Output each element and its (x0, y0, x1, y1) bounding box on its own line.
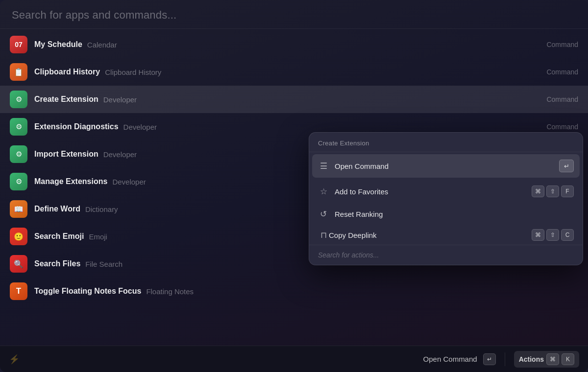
ctx-key: F (561, 186, 574, 197)
item-badge-extension-diagnostics: Command (546, 123, 578, 131)
list-item-toggle-floating[interactable]: T Toggle Floating Notes Focus Floating N… (0, 278, 588, 305)
item-main-label-import-extension: Import Extension (34, 150, 98, 159)
item-icon-extension-diagnostics: ⚙ (10, 118, 27, 136)
item-sub-label-manage-extensions: Developer (112, 178, 146, 186)
ctx-key: C (561, 229, 574, 241)
context-menu-item-reset-ranking[interactable]: ↺ Reset Ranking (309, 203, 583, 225)
ctx-label-add-to-favorites: Add to Favorites (335, 187, 526, 196)
item-sub-label-search-files: File Search (85, 260, 122, 268)
item-sub-label-define-word: Dictionary (85, 205, 118, 213)
item-main-label-search-files: Search Files (34, 259, 80, 268)
raycast-icon: ⚡ (9, 354, 20, 365)
list-item-my-schedule[interactable]: 07 My Schedule Calendar Command (0, 31, 588, 58)
ctx-key: ⇧ (546, 186, 559, 197)
item-sub-label-clipboard-history: Clipboard History (105, 68, 161, 76)
item-main-label-manage-extensions: Manage Extensions (34, 177, 107, 186)
search-bar (0, 0, 588, 29)
item-icon-import-extension: ⚙ (10, 145, 27, 163)
context-menu-title: Create Extension (309, 133, 583, 152)
item-sub-label-toggle-floating: Floating Notes (146, 287, 194, 296)
context-menu-item-open-command[interactable]: ☰ Open Command ↵ (312, 154, 580, 178)
item-icon-create-extension: ⚙ (10, 91, 27, 108)
item-badge-clipboard-history: Command (546, 68, 578, 76)
cmd-key-badge: ⌘ (546, 353, 559, 365)
bottom-actions: Open Command ↵ Actions ⌘ K (423, 351, 579, 368)
item-icon-define-word: 📖 (10, 200, 27, 218)
item-sub-label-search-emoji: Emoji (89, 232, 107, 241)
item-badge-create-extension: Command (546, 95, 578, 103)
ctx-icon-copy-deeplink: ⊓ (318, 230, 329, 240)
ctx-key: ⌘ (532, 229, 544, 241)
item-icon-search-emoji: 🙂 (10, 228, 27, 245)
context-menu-item-add-to-favorites[interactable]: ☆ Add to Favorites ⌘⇧F (309, 180, 583, 203)
ctx-icon-reset-ranking: ↺ (318, 209, 329, 219)
ctx-icon-add-to-favorites: ☆ (318, 186, 329, 197)
return-key-badge: ↵ (483, 353, 496, 365)
ctx-kbd-add-to-favorites: ⌘⇧F (532, 186, 574, 197)
context-menu: Create Extension ☰ Open Command ↵ ☆ Add … (309, 132, 583, 265)
item-icon-clipboard-history: 📋 (10, 63, 27, 81)
item-main-label-toggle-floating: Toggle Floating Notes Focus (34, 287, 141, 296)
ctx-icon-open-command: ☰ (318, 161, 329, 171)
item-icon-my-schedule: 07 (10, 36, 27, 53)
item-sub-label-create-extension: Developer (103, 95, 137, 104)
actions-label: Actions (519, 355, 544, 363)
ctx-return-key: ↵ (559, 160, 574, 172)
item-sub-label-extension-diagnostics: Developer (123, 123, 157, 131)
search-input[interactable] (12, 9, 576, 22)
context-menu-item-copy-deeplink[interactable]: ⊓ Copy Deeplink ⌘⇧C (309, 225, 583, 245)
context-menu-search[interactable]: Search for actions... (309, 245, 583, 265)
item-main-label-create-extension: Create Extension (34, 95, 98, 104)
list-item-create-extension[interactable]: ⚙ Create Extension Developer Command (0, 86, 588, 113)
item-sub-label-import-extension: Developer (103, 150, 137, 159)
ctx-label-copy-deeplink: Copy Deeplink (329, 231, 532, 239)
item-main-label-extension-diagnostics: Extension Diagnostics (34, 122, 119, 131)
context-menu-items: ☰ Open Command ↵ ☆ Add to Favorites ⌘⇧F … (309, 154, 583, 245)
item-badge-my-schedule: Command (546, 41, 578, 48)
ctx-label-reset-ranking: Reset Ranking (335, 210, 568, 218)
item-main-label-my-schedule: My Schedule (34, 40, 82, 49)
item-main-label-clipboard-history: Clipboard History (34, 68, 100, 76)
item-main-label-define-word: Define Word (34, 205, 80, 213)
ctx-key: ⌘ (532, 186, 544, 197)
item-main-label-search-emoji: Search Emoji (34, 232, 84, 241)
k-key-badge: K (562, 353, 574, 365)
actions-button[interactable]: Actions ⌘ K (514, 351, 579, 368)
divider (505, 352, 505, 366)
open-command-label: Open Command (423, 355, 477, 363)
item-sub-label-my-schedule: Calendar (87, 41, 117, 49)
ctx-kbd-copy-deeplink: ⌘⇧C (532, 229, 574, 241)
bottom-bar: ⚡ Open Command ↵ Actions ⌘ K (0, 346, 588, 372)
item-icon-toggle-floating: T (10, 282, 27, 300)
ctx-key: ⇧ (546, 229, 559, 241)
app-window: 07 My Schedule Calendar Command 📋 Clipbo… (0, 0, 588, 372)
list-item-clipboard-history[interactable]: 📋 Clipboard History Clipboard History Co… (0, 58, 588, 86)
item-icon-search-files: 🔍 (10, 255, 27, 273)
ctx-label-open-command: Open Command (335, 162, 553, 170)
item-icon-manage-extensions: ⚙ (10, 173, 27, 190)
